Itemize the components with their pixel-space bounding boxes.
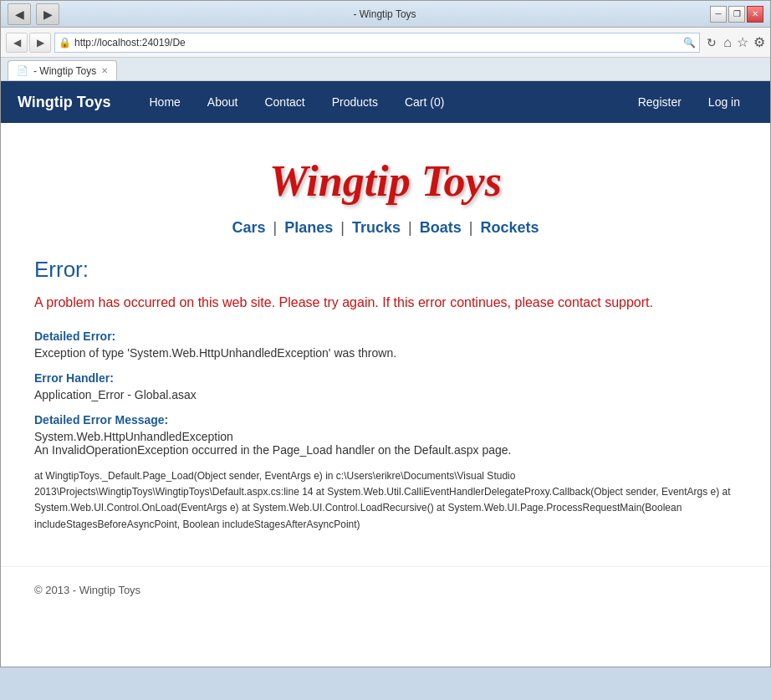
title-bar: ◀ ▶ - Wingtip Toys ─ ❐ ✕: [1, 1, 770, 28]
error-section: Error: A problem has occurred on this we…: [34, 257, 737, 533]
toolbar-right: ⌂ ☆ ⚙: [723, 34, 765, 50]
site-footer: © 2013 - Wingtip Toys: [1, 566, 770, 613]
site-logo: Wingtip Toys: [34, 156, 737, 206]
home-icon[interactable]: ⌂: [723, 35, 732, 50]
sep-4: |: [469, 219, 477, 236]
error-message-label: Detailed Error Message:: [34, 413, 737, 427]
nav-right: Register Log in: [625, 81, 753, 123]
favorites-icon[interactable]: ☆: [737, 34, 748, 50]
window-title: - Wingtip Toys: [59, 8, 710, 20]
detailed-error-value: Exception of type 'System.Web.HttpUnhand…: [34, 346, 737, 360]
back-button[interactable]: ◀: [8, 3, 31, 25]
sep-2: |: [340, 219, 349, 236]
error-main-message: A problem has occurred on this web site.…: [34, 293, 737, 313]
nav-products[interactable]: Products: [319, 81, 391, 123]
nav-home[interactable]: Home: [136, 81, 194, 123]
forward-button[interactable]: ▶: [36, 3, 59, 25]
tab-close-button[interactable]: ✕: [101, 66, 108, 75]
page-content: Wingtip Toys Home About Contact Products…: [1, 81, 770, 667]
search-icon: 🔍: [683, 37, 696, 49]
cat-boats[interactable]: Boats: [420, 219, 462, 236]
cat-cars[interactable]: Cars: [232, 219, 266, 236]
nav-contact[interactable]: Contact: [251, 81, 318, 123]
nav-register[interactable]: Register: [625, 81, 695, 123]
tab-label: - Wingtip Toys: [33, 65, 96, 77]
address-text: http://localhost:24019/De: [74, 37, 680, 49]
settings-icon[interactable]: ⚙: [753, 34, 765, 50]
refresh-button[interactable]: ↻: [703, 36, 720, 49]
footer-text: © 2013 - Wingtip Toys: [34, 584, 140, 596]
sep-3: |: [408, 219, 416, 236]
error-message-value: System.Web.HttpUnhandledException An Inv…: [34, 430, 737, 457]
restore-button[interactable]: ❐: [728, 6, 745, 23]
error-handler-label: Error Handler:: [34, 371, 737, 385]
title-bar-left: ◀ ▶: [8, 3, 59, 25]
minimize-button[interactable]: ─: [710, 6, 727, 23]
active-tab[interactable]: 📄 - Wingtip Toys ✕: [8, 60, 117, 80]
page-icon: 🔒: [59, 37, 71, 49]
addr-forward-button[interactable]: ▶: [29, 33, 51, 53]
cat-trucks[interactable]: Trucks: [352, 219, 401, 236]
sep-1: |: [273, 219, 282, 236]
error-heading: Error:: [34, 257, 737, 283]
address-nav: ◀ ▶: [6, 33, 51, 53]
detailed-error-label: Detailed Error:: [34, 330, 737, 343]
cat-planes[interactable]: Planes: [284, 219, 333, 236]
tab-bar: 📄 - Wingtip Toys ✕: [1, 58, 770, 81]
main-content: Wingtip Toys Cars | Planes | Trucks | Bo…: [1, 123, 770, 549]
category-nav: Cars | Planes | Trucks | Boats | Rockets: [34, 219, 737, 237]
window-controls: ─ ❐ ✕: [710, 6, 763, 23]
error-handler-value: Application_Error - Global.asax: [34, 388, 737, 401]
browser-window: ◀ ▶ - Wingtip Toys ─ ❐ ✕ ◀ ▶ 🔒 http://lo…: [0, 0, 771, 667]
back-icon: ◀: [15, 8, 24, 21]
error-stack-trace: at WingtipToys._Default.Page_Load(Object…: [34, 468, 737, 533]
nav-login[interactable]: Log in: [695, 81, 753, 123]
cat-rockets[interactable]: Rockets: [480, 219, 539, 236]
site-nav: Wingtip Toys Home About Contact Products…: [1, 81, 770, 123]
addr-back-button[interactable]: ◀: [6, 33, 28, 53]
address-bar: ◀ ▶ 🔒 http://localhost:24019/De 🔍 ↻ ⌂ ☆ …: [1, 28, 770, 58]
address-input[interactable]: 🔒 http://localhost:24019/De 🔍: [54, 33, 700, 53]
nav-links: Home About Contact Products Cart (0): [136, 81, 625, 123]
forward-icon: ▶: [43, 8, 53, 21]
site-brand[interactable]: Wingtip Toys: [18, 94, 111, 111]
tab-favicon: 📄: [17, 65, 28, 76]
close-button[interactable]: ✕: [747, 6, 763, 23]
nav-about[interactable]: About: [194, 81, 252, 123]
nav-cart[interactable]: Cart (0): [391, 81, 457, 123]
